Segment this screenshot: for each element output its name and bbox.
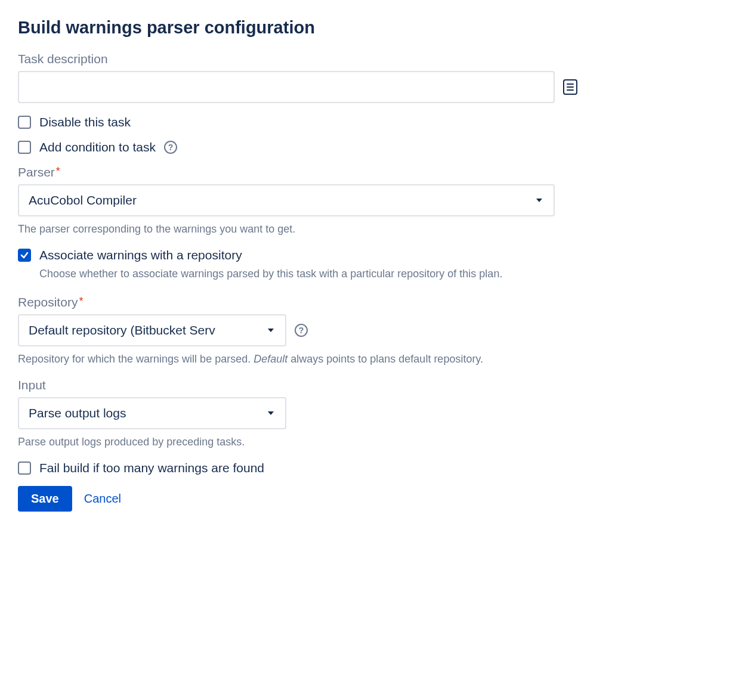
chevron-down-icon <box>534 196 544 205</box>
save-button[interactable]: Save <box>18 486 72 512</box>
input-select-value: Parse output logs <box>29 406 126 420</box>
input-select[interactable]: Parse output logs <box>18 397 286 429</box>
repository-select-value: Default repository (Bitbucket Serv <box>29 323 215 337</box>
description-hint-icon[interactable] <box>563 79 577 95</box>
fail-build-checkbox[interactable] <box>18 461 31 475</box>
chevron-down-icon <box>266 326 276 335</box>
chevron-down-icon <box>266 408 276 418</box>
repository-select[interactable]: Default repository (Bitbucket Serv <box>18 314 286 346</box>
parser-select-value: AcuCobol Compiler <box>29 193 137 207</box>
add-condition-help-icon[interactable]: ? <box>164 141 177 154</box>
fail-build-label: Fail build if too many warnings are foun… <box>39 461 264 475</box>
associate-warnings-label: Associate warnings with a repository <box>39 248 242 262</box>
task-description-input[interactable] <box>18 71 555 103</box>
disable-task-label: Disable this task <box>39 115 131 129</box>
repository-help-icon[interactable]: ? <box>295 324 308 337</box>
parser-help: The parser corresponding to the warnings… <box>18 221 724 237</box>
repository-label: Repository* <box>18 295 724 309</box>
add-condition-checkbox[interactable] <box>18 141 31 154</box>
cancel-button[interactable]: Cancel <box>84 492 121 506</box>
task-description-label: Task description <box>18 52 724 66</box>
input-label: Input <box>18 378 724 392</box>
repository-help: Repository for which the warnings will b… <box>18 351 724 367</box>
page-title: Build warnings parser configuration <box>18 18 724 38</box>
parser-select[interactable]: AcuCobol Compiler <box>18 184 555 216</box>
disable-task-checkbox[interactable] <box>18 116 31 129</box>
associate-warnings-checkbox[interactable] <box>18 249 31 262</box>
parser-label: Parser* <box>18 165 724 179</box>
input-help: Parse output logs produced by preceding … <box>18 434 724 450</box>
associate-warnings-help: Choose whether to associate warnings par… <box>39 266 724 282</box>
add-condition-label: Add condition to task <box>39 140 156 154</box>
